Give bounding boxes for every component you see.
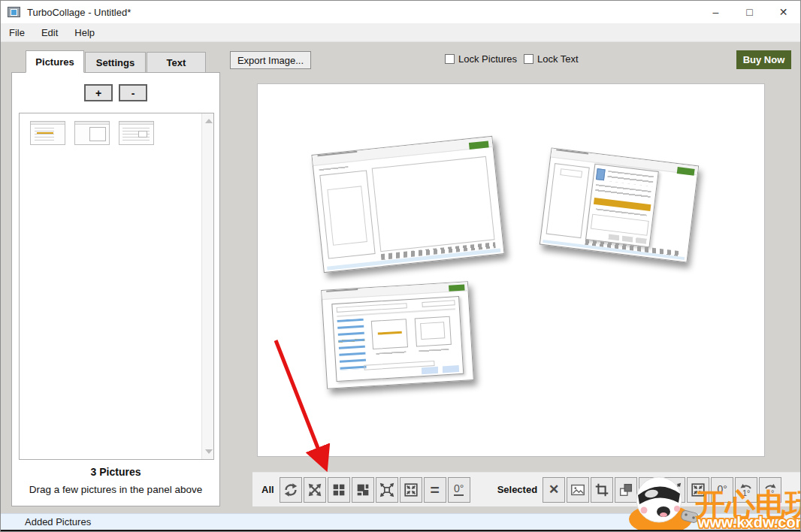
mock-sidebar xyxy=(546,163,589,238)
thumbnail-scrollbar[interactable] xyxy=(201,113,213,459)
shrink-all-button[interactable] xyxy=(400,477,422,503)
mock-dialog-buttons xyxy=(421,366,459,374)
collage-photo-file-dialog[interactable] xyxy=(321,281,474,389)
thumb-detail xyxy=(35,128,54,141)
rotate-ccw-button[interactable]: 1° xyxy=(735,477,757,503)
mock-detail xyxy=(326,289,358,292)
collage-photo-welcome-dialog[interactable] xyxy=(540,147,699,262)
mosaic-grid-icon xyxy=(355,482,371,498)
title-bar: TurboCollage - Untitled* – □ ✕ xyxy=(1,1,800,23)
equal-grid-icon xyxy=(331,482,347,498)
picture-count: 3 Pictures xyxy=(12,466,219,478)
equals-icon: = xyxy=(430,486,439,494)
equal-size-button[interactable]: = xyxy=(424,477,446,503)
shuffle-layout-button[interactable] xyxy=(280,477,302,503)
mock-detail xyxy=(591,214,649,236)
maximize-button[interactable]: □ xyxy=(733,1,766,23)
mock-folder-tree xyxy=(337,318,366,370)
mock-detail xyxy=(607,171,654,186)
mock-detail xyxy=(596,168,606,180)
rotate-cw-button[interactable]: 1° xyxy=(759,477,781,503)
enlarge-selected-button[interactable] xyxy=(663,477,685,503)
thumbnail-list[interactable] xyxy=(19,113,214,460)
equal-grid-layout-button[interactable] xyxy=(328,477,350,503)
mock-buy-now xyxy=(449,285,465,292)
tab-pictures[interactable]: Pictures xyxy=(26,50,84,73)
bring-forward-icon xyxy=(618,482,634,498)
tab-settings[interactable]: Settings xyxy=(85,52,146,73)
zero-degrees-icon: 0° xyxy=(454,483,464,496)
thumbnail-item-2[interactable] xyxy=(74,121,110,145)
mock-buy-now xyxy=(469,141,489,150)
thumbnail-item-3[interactable] xyxy=(119,121,154,145)
send-backward-button[interactable] xyxy=(639,477,661,503)
thumb-detail xyxy=(75,122,109,125)
reset-rotation-selected-button[interactable]: 0° xyxy=(711,477,733,503)
picture-icon xyxy=(570,482,586,498)
mock-dialog xyxy=(585,163,659,247)
lock-pictures-checkbox[interactable] xyxy=(445,54,455,64)
svg-text:1°: 1° xyxy=(766,488,775,497)
swap-arrows-icon xyxy=(307,482,323,498)
delete-selected-button[interactable]: ✕ xyxy=(543,477,565,503)
crop-icon xyxy=(594,482,610,498)
thumbnail-item-1[interactable] xyxy=(30,121,65,145)
menu-file[interactable]: File xyxy=(1,27,33,38)
remove-picture-button[interactable]: - xyxy=(119,84,147,101)
mock-detail xyxy=(419,348,449,352)
mock-sidebar xyxy=(319,170,375,258)
svg-text:1°: 1° xyxy=(742,488,751,497)
thumb-detail xyxy=(37,132,53,134)
enlarge-all-button[interactable] xyxy=(376,477,398,503)
shrink-selected-button[interactable] xyxy=(687,477,709,503)
mock-detail xyxy=(319,166,349,172)
swap-pictures-button[interactable] xyxy=(304,477,326,503)
buy-now-button[interactable]: Buy Now xyxy=(736,50,791,69)
scroll-down-icon[interactable] xyxy=(205,449,213,454)
thumb-detail xyxy=(138,131,147,138)
panel-hint: Drag a few pictures in the panel above xyxy=(12,484,219,495)
mock-detail xyxy=(328,186,368,246)
thumb-detail xyxy=(31,122,65,125)
window-controls: – □ ✕ xyxy=(699,1,800,23)
mock-file-thumb-2 xyxy=(414,316,452,347)
pictures-panel: + - 3 Pictures Drag a few pict xyxy=(11,72,220,506)
thumb-detail xyxy=(119,122,153,125)
refresh-icon xyxy=(283,482,299,498)
add-picture-button[interactable]: + xyxy=(84,84,113,101)
mosaic-layout-button[interactable] xyxy=(352,477,374,503)
send-backward-icon xyxy=(642,482,658,498)
reset-rotation-all-button[interactable]: 0° xyxy=(448,477,470,503)
window-title: TurboCollage - Untitled* xyxy=(27,7,131,18)
mock-address-bar xyxy=(336,303,407,313)
mock-detail xyxy=(420,322,445,340)
menu-edit[interactable]: Edit xyxy=(33,27,66,38)
close-button[interactable]: ✕ xyxy=(766,1,800,23)
lock-text-label: Lock Text xyxy=(537,53,579,65)
menu-help[interactable]: Help xyxy=(66,27,103,38)
mock-buy-now xyxy=(676,167,694,176)
lock-pictures-label: Lock Pictures xyxy=(458,53,517,65)
lock-text-control: Lock Text xyxy=(524,53,579,65)
delete-x-icon: ✕ xyxy=(549,482,559,497)
scroll-up-icon[interactable] xyxy=(205,119,213,123)
tab-text[interactable]: Text xyxy=(147,52,206,73)
turbocollage-window: TurboCollage - Untitled* – □ ✕ File Edit… xyxy=(0,0,801,532)
rotate-cw-icon: 1° xyxy=(761,481,779,499)
mock-detail xyxy=(560,168,582,178)
export-image-button[interactable]: Export Image... xyxy=(230,51,311,69)
all-group-label: All xyxy=(261,484,274,495)
status-text: Added Pictures xyxy=(25,516,91,527)
collage-photo-main-window[interactable] xyxy=(311,136,504,273)
bottom-toolbar: All xyxy=(252,472,801,506)
bring-forward-button[interactable] xyxy=(615,477,637,503)
lock-text-checkbox[interactable] xyxy=(524,54,533,64)
mock-detail xyxy=(378,331,402,335)
rotate-ccw-icon: 1° xyxy=(737,481,755,499)
minimize-button[interactable]: – xyxy=(699,1,733,23)
menu-bar: File Edit Help xyxy=(1,23,800,42)
status-bar: Added Pictures xyxy=(1,513,800,530)
contract-arrows-icon xyxy=(403,482,419,498)
crop-selected-button[interactable] xyxy=(591,477,613,503)
change-picture-button[interactable] xyxy=(567,477,589,503)
